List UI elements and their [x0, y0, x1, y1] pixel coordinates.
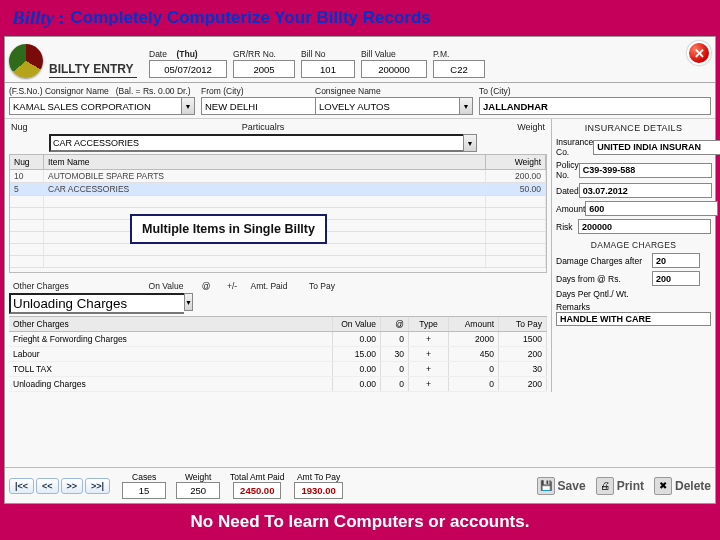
charge-row[interactable]: TOLL TAX0.000+030: [9, 362, 547, 377]
brand-name: Billty: [12, 7, 54, 29]
weight-header: Weight: [477, 122, 547, 132]
charge-row[interactable]: Frieght & Forwording Charges0.000+200015…: [9, 332, 547, 347]
billno-input[interactable]: [301, 60, 355, 78]
party-row: (F.S.No.) Consignor Name (Bal. = Rs. 0.0…: [5, 83, 715, 119]
billno-label: Bill No: [301, 49, 355, 59]
cases-value: 15: [122, 482, 166, 499]
consignee-label: Consignee Name: [315, 86, 473, 96]
item-row[interactable]: 5CAR ACCESSORIES50.00: [10, 183, 546, 196]
amt-topay-value: 1930.00: [294, 482, 342, 499]
app-logo-icon: [9, 44, 43, 78]
chevron-down-icon[interactable]: ▼: [181, 97, 195, 115]
charge-row[interactable]: Labour15.0030+450200: [9, 347, 547, 362]
save-icon: 💾: [537, 477, 555, 495]
weight-total-label: Weight: [185, 472, 211, 482]
amt-topay-label: Amt To Pay: [297, 472, 340, 482]
consignor-label: Consignor Name: [45, 86, 109, 96]
cases-label: Cases: [132, 472, 156, 482]
item-row[interactable]: [10, 196, 546, 208]
damage-after-label: Damage Charges after: [556, 256, 652, 266]
pm-input[interactable]: [433, 60, 485, 78]
days-from-label: Days from @ Rs.: [556, 274, 652, 284]
save-button[interactable]: 💾Save: [537, 477, 586, 495]
chevron-down-icon[interactable]: ▼: [463, 134, 477, 152]
policy-label: Policy No.: [556, 160, 579, 180]
col-weight: Weight: [486, 155, 546, 169]
other-charges-select[interactable]: ▼: [9, 293, 129, 314]
damage-section-title: DAMAGE CHARGES: [556, 240, 711, 250]
bal-label: (Bal. = Rs. 0.00 Dr.): [116, 86, 191, 96]
nav-next-button[interactable]: >>: [61, 478, 84, 494]
fsno-label: (F.S.No.): [9, 86, 43, 96]
date-input[interactable]: [149, 60, 227, 78]
risk-label: Risk: [556, 222, 578, 232]
days-from-input[interactable]: [652, 271, 700, 286]
days-per-label: Days Per Qntl./ Wt.: [556, 289, 652, 299]
grrr-input[interactable]: [233, 60, 295, 78]
charges-grid: Other Charges On Value @ Type Amount To …: [9, 316, 547, 392]
at-label: @: [191, 281, 221, 291]
particulars-header: Particualrs: [49, 122, 477, 132]
close-button[interactable]: ✕: [687, 41, 711, 65]
weight-value: 250: [176, 482, 220, 499]
ins-co-label: Insurance Co.: [556, 137, 593, 157]
to-label: To (City): [479, 86, 711, 96]
to-city-input[interactable]: [479, 97, 711, 115]
item-row[interactable]: [10, 256, 546, 268]
col-item: Item Name: [44, 155, 486, 169]
ins-co-input[interactable]: [593, 140, 720, 155]
header-bar: BILLTY ENTRY Date (Thu) GR/RR No. Bill N…: [5, 37, 715, 83]
consignor-input[interactable]: [9, 97, 181, 115]
nav-last-button[interactable]: >>|: [85, 478, 110, 494]
billval-input[interactable]: [361, 60, 427, 78]
slide-footer-text: No Need To learn Computers or accounts.: [0, 504, 720, 540]
billval-label: Bill Value: [361, 49, 427, 59]
close-icon: ✕: [694, 46, 705, 61]
print-button[interactable]: 🖨Print: [596, 477, 644, 495]
module-title: BILLTY ENTRY: [49, 62, 137, 78]
risk-input[interactable]: [578, 219, 711, 234]
footer-bar: |<< << >> >>| Cases15 Weight250 Total Am…: [5, 467, 715, 503]
ins-amount-input[interactable]: [585, 201, 718, 216]
delete-icon: ✖: [654, 477, 672, 495]
charge-row[interactable]: Unloading Charges0.000+0200: [9, 377, 547, 392]
slide-tagline: Completely Computerize Your Billty Recor…: [71, 8, 431, 28]
ins-amount-label: Amount: [556, 204, 585, 214]
total-paid-value: 2450.00: [233, 482, 281, 499]
topay-label: To Pay: [295, 281, 349, 291]
chevron-down-icon[interactable]: ▼: [459, 97, 473, 115]
plusminus-label: +/-: [221, 281, 243, 291]
policy-input[interactable]: [579, 163, 712, 178]
amtpaid-label: Amt. Paid: [243, 281, 295, 291]
print-icon: 🖨: [596, 477, 614, 495]
dated-input[interactable]: [579, 183, 712, 198]
item-row[interactable]: [10, 244, 546, 256]
app-window: ✕ BILLTY ENTRY Date (Thu) GR/RR No. Bill…: [4, 36, 716, 504]
particulars-input[interactable]: [49, 134, 463, 152]
delete-button[interactable]: ✖Delete: [654, 477, 711, 495]
nav-prev-button[interactable]: <<: [36, 478, 59, 494]
nav-first-button[interactable]: |<<: [9, 478, 34, 494]
onvalue-label: On Value: [141, 281, 191, 291]
other-charges-label: Other Charges: [13, 281, 141, 291]
remarks-label: Remarks: [556, 302, 622, 312]
slide-title: Billty : Completely Computerize Your Bil…: [0, 0, 720, 36]
grrr-label: GR/RR No.: [233, 49, 295, 59]
date-label: Date (Thu): [149, 49, 227, 59]
insurance-section-title: INSURANCE DETAILS: [556, 123, 711, 133]
pm-label: P.M.: [433, 49, 485, 59]
nug-header: Nug: [9, 122, 49, 132]
total-paid-label: Total Amt Paid: [230, 472, 284, 482]
remarks-input[interactable]: [556, 312, 711, 326]
from-label: From (City): [201, 86, 309, 96]
dated-label: Dated: [556, 186, 579, 196]
chevron-down-icon[interactable]: ▼: [184, 293, 193, 311]
callout-box: Multiple Items in Single Billty: [130, 214, 327, 244]
damage-after-input[interactable]: [652, 253, 700, 268]
item-row[interactable]: 10AUTOMOBILE SPARE PARTS200.00: [10, 170, 546, 183]
col-nug: Nug: [10, 155, 44, 169]
consignee-input[interactable]: [315, 97, 459, 115]
